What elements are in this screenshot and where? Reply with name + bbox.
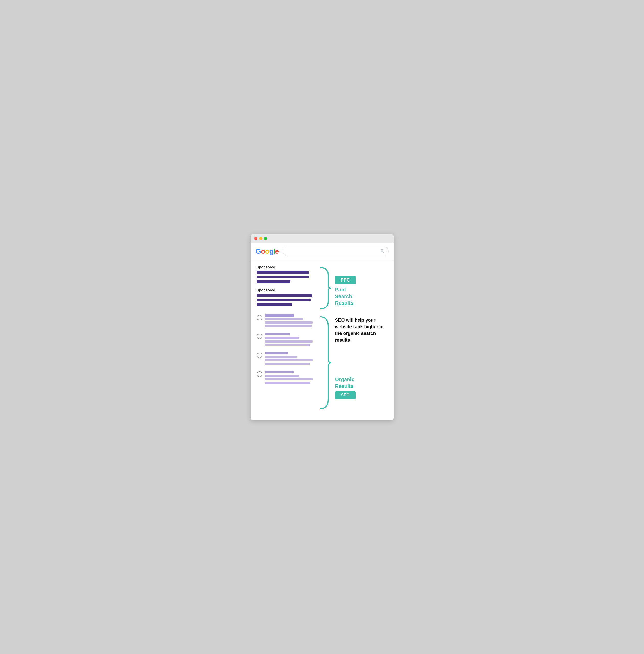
ppc-badge: PPC	[335, 276, 355, 284]
result-circle-icon	[257, 334, 262, 339]
org-title-bar	[265, 333, 291, 335]
organic-result-2	[257, 333, 318, 347]
organic-bars-1	[265, 314, 318, 329]
ad-bar	[257, 294, 312, 297]
org-bar	[265, 325, 312, 327]
organic-section: SEO will help your website rank higher i…	[257, 314, 388, 412]
organic-result-4	[257, 371, 318, 385]
organic-right-col: SEO will help your website rank higher i…	[332, 314, 388, 412]
organic-result-1	[257, 314, 318, 329]
search-icon	[380, 249, 384, 254]
organic-bars-4	[265, 371, 318, 385]
organic-bars-3	[265, 352, 318, 366]
sponsored-label-2: Sponsored	[257, 288, 318, 292]
svg-line-1	[383, 252, 384, 253]
sponsored-label-1: Sponsored	[257, 265, 318, 269]
org-title-bar	[265, 314, 294, 317]
ad-bar	[257, 303, 292, 306]
org-sub-bar	[265, 375, 299, 377]
ad-bar	[257, 271, 309, 274]
sponsored-section-1: Sponsored	[257, 265, 318, 283]
seo-description: SEO will help your website rank higher i…	[335, 317, 388, 343]
organic-bars-2	[265, 333, 318, 347]
org-bar	[265, 378, 313, 380]
bar-group-2	[257, 294, 318, 306]
svg-point-0	[381, 249, 383, 252]
result-circle-icon	[257, 371, 262, 377]
result-circle-icon	[257, 315, 262, 320]
sponsored-section-2: Sponsored	[257, 288, 318, 306]
bar-group-1	[257, 271, 318, 283]
org-title-bar	[265, 352, 289, 354]
paid-left-col: Sponsored Sponsored	[257, 265, 318, 312]
org-bar	[265, 321, 313, 324]
google-bar: Google	[251, 243, 394, 260]
org-sub-bar	[265, 318, 303, 320]
paid-bracket	[318, 265, 332, 312]
close-button-dot[interactable]	[254, 237, 257, 240]
maximize-button-dot[interactable]	[264, 237, 267, 240]
org-bar	[265, 340, 313, 343]
paid-section: Sponsored Sponsored	[257, 265, 388, 312]
paid-right-col: PPC PaidSearchResults	[332, 265, 388, 312]
ad-bar	[257, 280, 291, 283]
main-content: Sponsored Sponsored	[251, 260, 394, 420]
org-bar	[265, 382, 310, 384]
search-bar[interactable]	[283, 247, 389, 256]
org-bar	[265, 344, 310, 346]
org-sub-bar	[265, 337, 299, 339]
organic-result-3	[257, 352, 318, 366]
organic-left-col	[257, 314, 318, 412]
org-sub-bar	[265, 356, 297, 358]
paid-label: PaidSearchResults	[335, 286, 388, 306]
org-title-bar	[265, 371, 294, 373]
org-bar	[265, 359, 313, 361]
traffic-lights	[254, 237, 267, 240]
ad-bar	[257, 299, 310, 301]
result-circle-icon	[257, 353, 262, 358]
organic-bracket	[318, 314, 332, 412]
google-logo: Google	[256, 247, 279, 255]
browser-chrome	[251, 234, 394, 243]
minimize-button-dot[interactable]	[259, 237, 262, 240]
ad-bar	[257, 276, 309, 278]
org-bar	[265, 363, 310, 365]
seo-badge: SEO	[335, 391, 355, 399]
organic-label: OrganicResults	[335, 376, 388, 389]
browser-window: Google Sponsored	[251, 234, 394, 420]
